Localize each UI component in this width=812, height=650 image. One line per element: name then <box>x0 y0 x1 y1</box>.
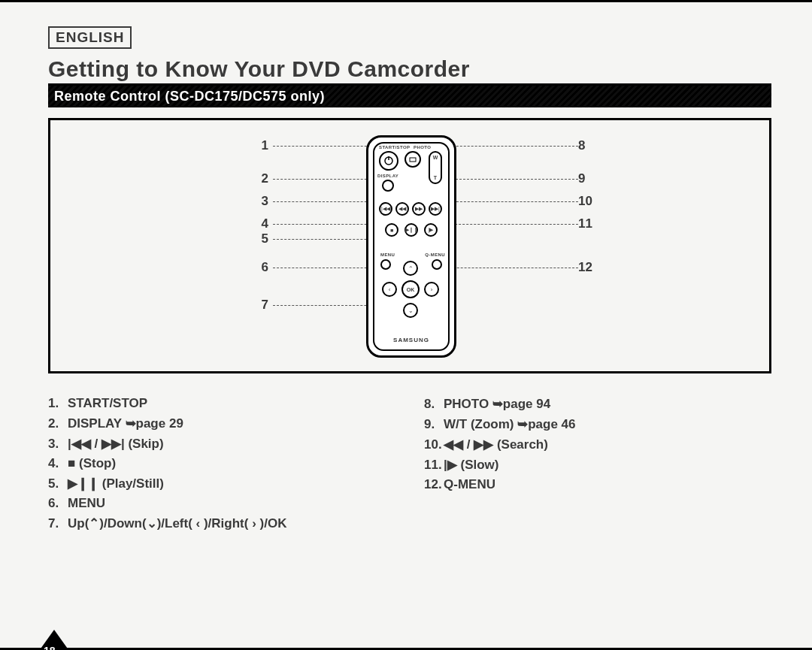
legend-item: 1.START/STOP <box>48 396 424 411</box>
legend-item: 10.◀◀ / ▶▶ (Search) <box>424 437 771 452</box>
callout-7: 7 <box>253 298 268 313</box>
callout-6: 6 <box>253 260 268 275</box>
remote-brand-label: SAMSUNG <box>374 337 448 343</box>
callout-9: 9 <box>578 171 601 186</box>
legend-item: 6.MENU <box>48 496 424 511</box>
label-display: DISPLAY <box>377 174 398 178</box>
callout-2: 2 <box>253 171 268 186</box>
callout-8: 8 <box>578 138 601 153</box>
start-stop-button-icon <box>379 151 398 171</box>
callout-11: 11 <box>578 216 601 231</box>
callout-5: 5 <box>253 231 268 246</box>
dpad-left-icon: ‹ <box>382 282 397 297</box>
search-rew-icon: ◀◀ <box>395 202 409 216</box>
callout-4: 4 <box>253 216 268 231</box>
label-start-stop: START/STOP <box>379 145 410 150</box>
legend-item: 11.|▶ (Slow) <box>424 457 771 473</box>
zoom-t-label: T <box>434 175 437 180</box>
page-number: 18 <box>44 645 56 650</box>
callout-10: 10 <box>578 194 601 209</box>
search-fwd-icon: ▶▶ <box>412 202 426 216</box>
play-still-icon: ▶❙❙ <box>404 223 418 237</box>
photo-button-icon <box>404 151 421 168</box>
legend-item: 9.W/T (Zoom) ➥page 46 <box>424 416 771 432</box>
legend-item: 4.■ (Stop) <box>48 456 424 471</box>
language-box: ENGLISH <box>48 26 132 49</box>
dpad-right-icon: › <box>424 282 439 297</box>
lead-line <box>273 179 378 180</box>
label-qmenu: Q-MENU <box>425 252 445 257</box>
legend-item: 8.PHOTO ➥page 94 <box>424 396 771 412</box>
dpad: ⌃ ⌄ ‹ › OK <box>382 261 439 318</box>
manual-page: ENGLISH Getting to Know Your DVD Camcord… <box>0 0 812 650</box>
lead-line <box>440 224 578 225</box>
svg-rect-2 <box>410 158 416 162</box>
callout-1: 1 <box>253 138 268 153</box>
slow-icon: |▶ <box>424 223 438 237</box>
remote-inner: START/STOP PHOTO DISPLAY MENU Q-MENU W T <box>373 142 450 351</box>
lead-line <box>273 146 378 147</box>
display-button-icon <box>382 180 394 192</box>
lead-line <box>449 201 578 202</box>
dpad-down-icon: ⌄ <box>403 303 418 318</box>
lead-line <box>438 268 578 268</box>
skip-next-icon: ▶▶| <box>429 202 442 216</box>
dpad-up-icon: ⌃ <box>403 261 418 276</box>
lead-line <box>273 201 378 202</box>
dpad-ok-button: OK <box>401 280 420 298</box>
lead-line <box>444 179 578 180</box>
callout-12: 12 <box>578 260 601 275</box>
label-menu: MENU <box>380 252 395 257</box>
legend-item: 7.Up(⌃)/Down(⌄)/Left( ‹ )/Right( › )/OK <box>48 515 424 531</box>
legend-item: 12.Q-MENU <box>424 477 771 492</box>
remote-diagram: 1 2 3 4 5 6 7 8 9 10 11 12 START/STOP <box>48 118 771 373</box>
label-photo: PHOTO <box>414 145 431 150</box>
legend-item: 5.▶❙❙ (Play/Still) <box>48 476 424 491</box>
zoom-rocker: W T <box>429 151 442 184</box>
legend-item: 2.DISPLAY ➥page 29 <box>48 416 424 431</box>
section-bar: Remote Control (SC-DC175/DC575 only) <box>48 86 771 107</box>
zoom-w-label: W <box>433 155 438 160</box>
callout-3: 3 <box>253 194 268 209</box>
legend-item: 3.|◀◀ / ▶▶| (Skip) <box>48 436 424 452</box>
legend: 1.START/STOP 2.DISPLAY ➥page 29 3.|◀◀ / … <box>48 396 771 536</box>
page-title: Getting to Know Your DVD Camcorder <box>48 56 771 86</box>
skip-prev-icon: |◀◀ <box>379 202 392 216</box>
stop-icon: ■ <box>385 223 398 237</box>
remote-outline: START/STOP PHOTO DISPLAY MENU Q-MENU W T <box>366 135 456 358</box>
